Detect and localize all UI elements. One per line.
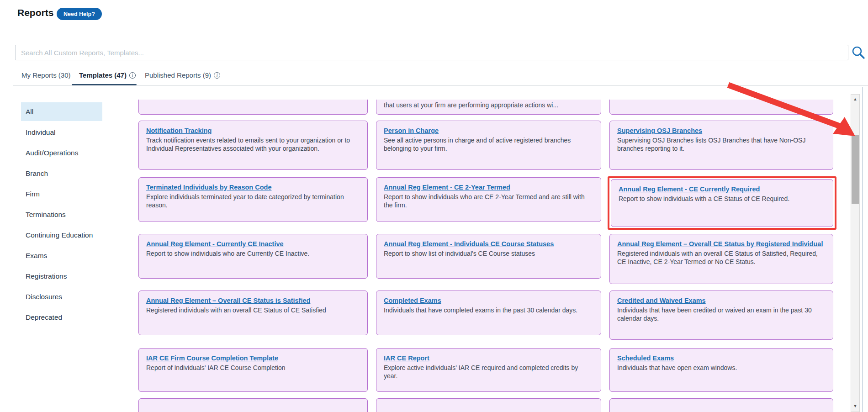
report-description: Individuals that have open exam windows. [617,364,826,372]
report-description: Registered individuals with an overall C… [617,249,826,266]
sidebar-item-exams[interactable]: Exams [21,246,102,265]
report-link[interactable]: Notification Tracking [146,127,212,134]
sidebar-item-firm[interactable]: Firm [21,185,102,203]
tab-templates-label: Templates (47) [79,71,127,79]
report-description: See all active persons in charge and of … [384,136,593,153]
report-link[interactable]: Annual Reg Element - CE 2-Year Termed [384,184,510,191]
report-card-clipped [138,398,368,412]
report-card: Completed Exams Individuals that have co… [376,291,601,335]
info-icon[interactable] [214,72,220,79]
report-link[interactable]: Annual Reg Element – Overall CE Status b… [617,240,823,248]
report-description: Explore active individuals' IAR CE requi… [384,364,593,380]
tab-published-reports-label: Published Reports (9) [145,71,211,79]
report-card: Scheduled Exams Individuals that have op… [609,348,833,392]
report-card: Notification Tracking Track notification… [138,121,368,170]
sidebar-item-individual[interactable]: Individual [21,123,102,142]
report-card: Terminated Individuals by Reason Code Ex… [138,177,368,222]
report-description: Individuals that have completed exams in… [384,306,593,314]
tab-templates[interactable]: Templates (47) [79,71,136,79]
sidebar-item-all[interactable]: All [21,102,102,121]
report-link[interactable]: Credited and Waived Exams [617,297,706,304]
report-description: Explore individuals terminated year to d… [146,193,360,210]
scrollbar-down-icon[interactable]: ▼ [851,404,860,408]
scrollbar-thumb[interactable] [852,135,859,204]
report-link[interactable]: Terminated Individuals by Reason Code [146,184,271,191]
sidebar-item-terminations[interactable]: Terminations [21,205,102,224]
report-card: Annual Reg Element - Individuals CE Cour… [376,234,601,279]
sidebar-item-deprecated[interactable]: Deprecated [21,308,102,327]
report-card: Annual Reg Element - CE 2-Year Termed Re… [376,177,601,222]
report-description: Report to show individuals who are CE 2-… [384,193,593,210]
report-description: Track notification events related to ema… [146,136,360,153]
report-card-clipped [609,398,833,412]
arrow-annotation [722,81,863,141]
report-link[interactable]: Annual Reg Element - Individuals CE Cour… [384,240,554,248]
report-link[interactable]: Completed Exams [384,297,441,304]
report-description: Report to show individuals who are Curre… [146,249,360,258]
tab-my-reports-label: My Reports (30) [21,71,71,79]
report-link[interactable]: IAR CE Firm Course Completion Template [146,354,278,362]
sidebar-item-disclosures[interactable]: Disclosures [21,287,102,306]
report-link[interactable]: Annual Reg Element – Overall CE Status i… [146,297,310,304]
report-description: that users at your firm are performing a… [384,101,593,109]
report-card-clipped [376,398,601,412]
report-link[interactable]: IAR CE Report [384,354,429,362]
page-title: Reports [17,7,53,18]
reports-page: Reports Need Help? My Reports (30) Templ… [0,0,868,412]
report-card: Annual Reg Element – Overall CE Status b… [609,234,833,284]
sidebar-item-continuing-education[interactable]: Continuing Education [21,226,102,244]
report-card: Annual Reg Element – Overall CE Status i… [138,291,368,335]
report-link[interactable]: Annual Reg Element - Currently CE Inacti… [146,240,284,248]
sidebar-item-registrations[interactable]: Registrations [21,267,102,285]
report-link[interactable]: Scheduled Exams [617,354,674,362]
report-description: Individuals that have been credited or w… [617,306,826,323]
sidebar-item-branch[interactable]: Branch [21,164,102,183]
report-card: Credited and Waived Exams Individuals th… [609,291,833,340]
report-card: IAR CE Report Explore active individuals… [376,348,601,392]
active-tab-underline [72,84,137,85]
report-description: Registered individuals with an overall C… [146,306,360,314]
highlight-box-annotation [608,176,836,230]
report-card: Person in Charge See all active persons … [376,121,601,170]
report-card-clipped [138,100,368,115]
sidebar-item-audit-operations[interactable]: Audit/Operations [21,143,102,162]
search-input[interactable] [15,45,848,60]
report-link[interactable]: Supervising OSJ Branches [617,127,702,134]
report-link[interactable]: Person in Charge [384,127,439,134]
report-card-clipped: that users at your firm are performing a… [376,100,601,115]
need-help-button[interactable]: Need Help? [57,8,102,20]
tab-my-reports[interactable]: My Reports (30) [21,71,71,79]
info-icon[interactable] [129,72,136,79]
report-card: Annual Reg Element - Currently CE Inacti… [138,234,368,279]
tab-published-reports[interactable]: Published Reports (9) [145,71,220,79]
report-description: Report of Individuals' IAR CE Course Com… [146,364,360,372]
report-description: Report to show list of individual's CE C… [384,249,593,258]
report-card: IAR CE Firm Course Completion Template R… [138,348,368,392]
search-icon[interactable] [852,46,865,59]
